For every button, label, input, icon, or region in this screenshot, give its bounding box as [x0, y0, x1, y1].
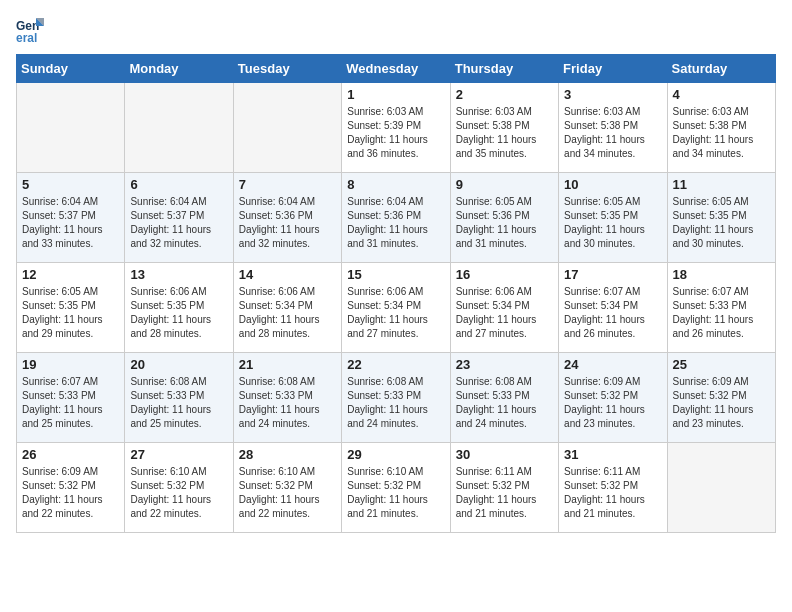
calendar-day-header: Tuesday	[233, 55, 341, 83]
day-info: Sunrise: 6:03 AM Sunset: 5:39 PM Dayligh…	[347, 105, 444, 161]
calendar-day-header: Wednesday	[342, 55, 450, 83]
day-number: 2	[456, 87, 553, 102]
calendar-cell: 19Sunrise: 6:07 AM Sunset: 5:33 PM Dayli…	[17, 353, 125, 443]
day-number: 28	[239, 447, 336, 462]
day-number: 17	[564, 267, 661, 282]
calendar-cell: 2Sunrise: 6:03 AM Sunset: 5:38 PM Daylig…	[450, 83, 558, 173]
day-info: Sunrise: 6:03 AM Sunset: 5:38 PM Dayligh…	[456, 105, 553, 161]
day-number: 11	[673, 177, 770, 192]
day-number: 18	[673, 267, 770, 282]
calendar-cell: 18Sunrise: 6:07 AM Sunset: 5:33 PM Dayli…	[667, 263, 775, 353]
day-number: 12	[22, 267, 119, 282]
day-number: 4	[673, 87, 770, 102]
calendar-cell	[233, 83, 341, 173]
calendar-cell: 25Sunrise: 6:09 AM Sunset: 5:32 PM Dayli…	[667, 353, 775, 443]
calendar-week-row: 5Sunrise: 6:04 AM Sunset: 5:37 PM Daylig…	[17, 173, 776, 263]
calendar-week-row: 1Sunrise: 6:03 AM Sunset: 5:39 PM Daylig…	[17, 83, 776, 173]
day-number: 9	[456, 177, 553, 192]
day-info: Sunrise: 6:05 AM Sunset: 5:35 PM Dayligh…	[564, 195, 661, 251]
day-info: Sunrise: 6:05 AM Sunset: 5:35 PM Dayligh…	[22, 285, 119, 341]
calendar-cell: 21Sunrise: 6:08 AM Sunset: 5:33 PM Dayli…	[233, 353, 341, 443]
day-info: Sunrise: 6:07 AM Sunset: 5:33 PM Dayligh…	[22, 375, 119, 431]
calendar-cell: 22Sunrise: 6:08 AM Sunset: 5:33 PM Dayli…	[342, 353, 450, 443]
day-number: 26	[22, 447, 119, 462]
day-info: Sunrise: 6:03 AM Sunset: 5:38 PM Dayligh…	[564, 105, 661, 161]
day-info: Sunrise: 6:07 AM Sunset: 5:34 PM Dayligh…	[564, 285, 661, 341]
calendar-cell: 15Sunrise: 6:06 AM Sunset: 5:34 PM Dayli…	[342, 263, 450, 353]
calendar-cell: 9Sunrise: 6:05 AM Sunset: 5:36 PM Daylig…	[450, 173, 558, 263]
day-number: 5	[22, 177, 119, 192]
day-info: Sunrise: 6:05 AM Sunset: 5:35 PM Dayligh…	[673, 195, 770, 251]
calendar: SundayMondayTuesdayWednesdayThursdayFrid…	[16, 54, 776, 533]
day-info: Sunrise: 6:08 AM Sunset: 5:33 PM Dayligh…	[347, 375, 444, 431]
calendar-cell: 20Sunrise: 6:08 AM Sunset: 5:33 PM Dayli…	[125, 353, 233, 443]
calendar-day-header: Sunday	[17, 55, 125, 83]
calendar-cell: 30Sunrise: 6:11 AM Sunset: 5:32 PM Dayli…	[450, 443, 558, 533]
day-number: 15	[347, 267, 444, 282]
day-number: 25	[673, 357, 770, 372]
day-info: Sunrise: 6:05 AM Sunset: 5:36 PM Dayligh…	[456, 195, 553, 251]
calendar-cell: 23Sunrise: 6:08 AM Sunset: 5:33 PM Dayli…	[450, 353, 558, 443]
calendar-cell: 26Sunrise: 6:09 AM Sunset: 5:32 PM Dayli…	[17, 443, 125, 533]
day-info: Sunrise: 6:09 AM Sunset: 5:32 PM Dayligh…	[673, 375, 770, 431]
day-info: Sunrise: 6:06 AM Sunset: 5:34 PM Dayligh…	[239, 285, 336, 341]
day-number: 31	[564, 447, 661, 462]
day-info: Sunrise: 6:08 AM Sunset: 5:33 PM Dayligh…	[239, 375, 336, 431]
calendar-week-row: 12Sunrise: 6:05 AM Sunset: 5:35 PM Dayli…	[17, 263, 776, 353]
calendar-cell	[125, 83, 233, 173]
logo-icon: Gen eral	[16, 16, 44, 44]
calendar-cell: 1Sunrise: 6:03 AM Sunset: 5:39 PM Daylig…	[342, 83, 450, 173]
day-info: Sunrise: 6:09 AM Sunset: 5:32 PM Dayligh…	[22, 465, 119, 521]
calendar-cell: 14Sunrise: 6:06 AM Sunset: 5:34 PM Dayli…	[233, 263, 341, 353]
day-number: 30	[456, 447, 553, 462]
day-info: Sunrise: 6:06 AM Sunset: 5:34 PM Dayligh…	[456, 285, 553, 341]
calendar-cell: 27Sunrise: 6:10 AM Sunset: 5:32 PM Dayli…	[125, 443, 233, 533]
day-number: 19	[22, 357, 119, 372]
calendar-cell: 6Sunrise: 6:04 AM Sunset: 5:37 PM Daylig…	[125, 173, 233, 263]
day-number: 22	[347, 357, 444, 372]
day-info: Sunrise: 6:04 AM Sunset: 5:36 PM Dayligh…	[347, 195, 444, 251]
calendar-day-header: Thursday	[450, 55, 558, 83]
calendar-day-header: Friday	[559, 55, 667, 83]
calendar-day-header: Monday	[125, 55, 233, 83]
calendar-cell: 4Sunrise: 6:03 AM Sunset: 5:38 PM Daylig…	[667, 83, 775, 173]
calendar-cell: 8Sunrise: 6:04 AM Sunset: 5:36 PM Daylig…	[342, 173, 450, 263]
day-number: 14	[239, 267, 336, 282]
calendar-cell: 17Sunrise: 6:07 AM Sunset: 5:34 PM Dayli…	[559, 263, 667, 353]
day-info: Sunrise: 6:07 AM Sunset: 5:33 PM Dayligh…	[673, 285, 770, 341]
day-info: Sunrise: 6:06 AM Sunset: 5:34 PM Dayligh…	[347, 285, 444, 341]
header: Gen eral	[16, 16, 776, 44]
day-info: Sunrise: 6:11 AM Sunset: 5:32 PM Dayligh…	[456, 465, 553, 521]
svg-text:eral: eral	[16, 31, 37, 44]
calendar-cell: 3Sunrise: 6:03 AM Sunset: 5:38 PM Daylig…	[559, 83, 667, 173]
day-info: Sunrise: 6:08 AM Sunset: 5:33 PM Dayligh…	[130, 375, 227, 431]
day-number: 3	[564, 87, 661, 102]
day-number: 20	[130, 357, 227, 372]
calendar-cell: 7Sunrise: 6:04 AM Sunset: 5:36 PM Daylig…	[233, 173, 341, 263]
calendar-cell: 11Sunrise: 6:05 AM Sunset: 5:35 PM Dayli…	[667, 173, 775, 263]
day-number: 10	[564, 177, 661, 192]
day-number: 21	[239, 357, 336, 372]
day-number: 6	[130, 177, 227, 192]
calendar-cell	[17, 83, 125, 173]
day-number: 24	[564, 357, 661, 372]
calendar-week-row: 19Sunrise: 6:07 AM Sunset: 5:33 PM Dayli…	[17, 353, 776, 443]
calendar-day-header: Saturday	[667, 55, 775, 83]
day-number: 8	[347, 177, 444, 192]
calendar-cell: 12Sunrise: 6:05 AM Sunset: 5:35 PM Dayli…	[17, 263, 125, 353]
day-info: Sunrise: 6:03 AM Sunset: 5:38 PM Dayligh…	[673, 105, 770, 161]
calendar-cell: 5Sunrise: 6:04 AM Sunset: 5:37 PM Daylig…	[17, 173, 125, 263]
day-number: 16	[456, 267, 553, 282]
day-info: Sunrise: 6:04 AM Sunset: 5:36 PM Dayligh…	[239, 195, 336, 251]
day-info: Sunrise: 6:04 AM Sunset: 5:37 PM Dayligh…	[130, 195, 227, 251]
calendar-cell	[667, 443, 775, 533]
day-info: Sunrise: 6:09 AM Sunset: 5:32 PM Dayligh…	[564, 375, 661, 431]
calendar-cell: 13Sunrise: 6:06 AM Sunset: 5:35 PM Dayli…	[125, 263, 233, 353]
calendar-cell: 31Sunrise: 6:11 AM Sunset: 5:32 PM Dayli…	[559, 443, 667, 533]
day-info: Sunrise: 6:10 AM Sunset: 5:32 PM Dayligh…	[347, 465, 444, 521]
calendar-cell: 10Sunrise: 6:05 AM Sunset: 5:35 PM Dayli…	[559, 173, 667, 263]
day-number: 13	[130, 267, 227, 282]
day-info: Sunrise: 6:04 AM Sunset: 5:37 PM Dayligh…	[22, 195, 119, 251]
day-info: Sunrise: 6:11 AM Sunset: 5:32 PM Dayligh…	[564, 465, 661, 521]
calendar-cell: 24Sunrise: 6:09 AM Sunset: 5:32 PM Dayli…	[559, 353, 667, 443]
